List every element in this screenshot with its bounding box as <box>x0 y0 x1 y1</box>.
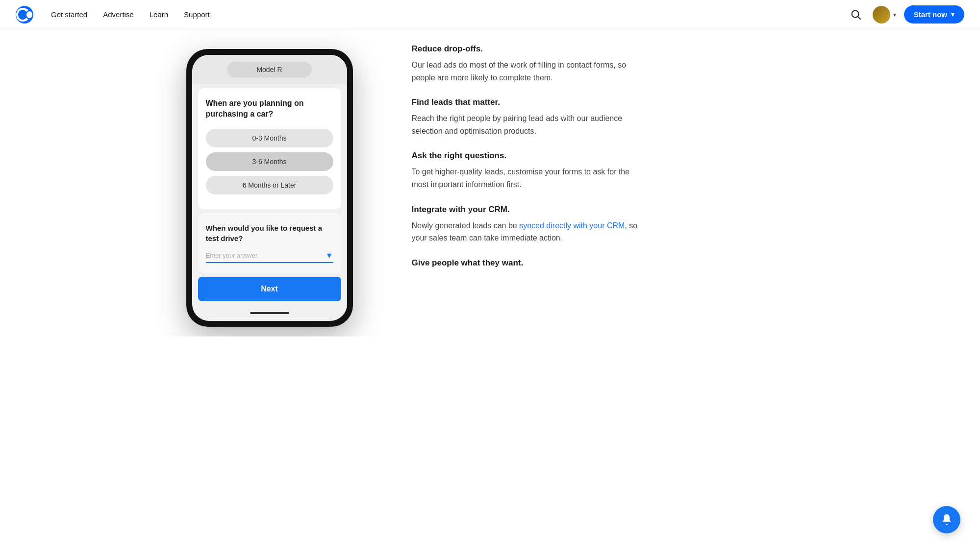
text-content: Reduce drop-offs. Our lead ads do most o… <box>412 39 814 327</box>
heading-ask-questions: Ask the right questions. <box>412 151 814 161</box>
body-find-leads: Reach the right people by pairing lead a… <box>412 112 647 137</box>
start-now-button[interactable]: Start now ▾ <box>904 5 964 24</box>
nav-link-support[interactable]: Support <box>184 10 210 19</box>
phone-home-indicator <box>250 312 289 314</box>
model-r-label: Model R <box>227 62 311 77</box>
phone-dropdown-icon: ▼ <box>326 251 333 260</box>
phone-container: Model R When are you planning on purchas… <box>167 39 373 327</box>
section-ask-questions: Ask the right questions. To get higher-q… <box>412 151 814 191</box>
section-reduce-dropoffs: Reduce drop-offs. Our lead ads do most o… <box>412 44 814 84</box>
crm-link[interactable]: synced directly with your CRM <box>519 221 625 230</box>
heading-find-leads: Find leads that matter. <box>412 97 814 107</box>
nav-link-learn[interactable]: Learn <box>150 10 168 19</box>
user-avatar-button[interactable]: ▾ <box>873 6 896 24</box>
phone-input-placeholder: Enter your answer. <box>206 252 326 259</box>
avatar <box>873 6 890 24</box>
navbar: Get started Advertise Learn Support ▾ St… <box>0 0 980 29</box>
phone-top-bar: Model R <box>192 55 347 84</box>
heading-reduce-dropoffs: Reduce drop-offs. <box>412 44 814 54</box>
search-icon <box>851 9 861 20</box>
nav-links: Get started Advertise Learn Support <box>51 10 847 19</box>
phone-mockup: Model R When are you planning on purchas… <box>186 49 353 327</box>
main-content: Model R When are you planning on purchas… <box>147 29 833 337</box>
section-find-leads: Find leads that matter. Reach the right … <box>412 97 814 137</box>
phone-question2-section: When would you like to request a test dr… <box>198 213 341 273</box>
phone-input-row[interactable]: Enter your answer. ▼ <box>206 251 333 263</box>
search-button[interactable] <box>847 6 865 24</box>
svg-line-1 <box>857 16 860 19</box>
body-integrate-crm: Newly generated leads can be synced dire… <box>412 219 647 244</box>
body-reduce-dropoffs: Our lead ads do most of the work of fill… <box>412 59 647 84</box>
phone-bottom-bar <box>192 309 347 321</box>
phone-option-3-6-months[interactable]: 3-6 Months <box>206 152 333 171</box>
phone-question1-section: When are you planning on purchasing a ca… <box>198 88 341 209</box>
phone-screen: Model R When are you planning on purchas… <box>192 55 347 321</box>
section-integrate-crm: Integrate with your CRM. Newly generated… <box>412 205 814 244</box>
meta-logo[interactable] <box>16 6 33 24</box>
phone-question1-text: When are you planning on purchasing a ca… <box>206 98 333 120</box>
phone-option-6-months-later[interactable]: 6 Months or Later <box>206 176 333 194</box>
start-now-chevron-icon: ▾ <box>951 11 955 18</box>
chevron-down-icon: ▾ <box>893 11 896 18</box>
phone-question2-text: When would you like to request a test dr… <box>206 223 333 243</box>
nav-right: ▾ Start now ▾ <box>847 5 964 24</box>
body-ask-questions: To get higher-quality leads, customise y… <box>412 166 647 191</box>
nav-link-advertise[interactable]: Advertise <box>103 10 134 19</box>
heading-integrate-crm: Integrate with your CRM. <box>412 205 814 215</box>
phone-next-button[interactable]: Next <box>198 277 341 301</box>
heading-give-people: Give people what they want. <box>412 258 814 268</box>
crm-text-before: Newly generated leads can be <box>412 221 520 230</box>
nav-link-get-started[interactable]: Get started <box>51 10 87 19</box>
phone-option-0-3-months[interactable]: 0-3 Months <box>206 129 333 147</box>
section-give-people: Give people what they want. <box>412 258 814 268</box>
